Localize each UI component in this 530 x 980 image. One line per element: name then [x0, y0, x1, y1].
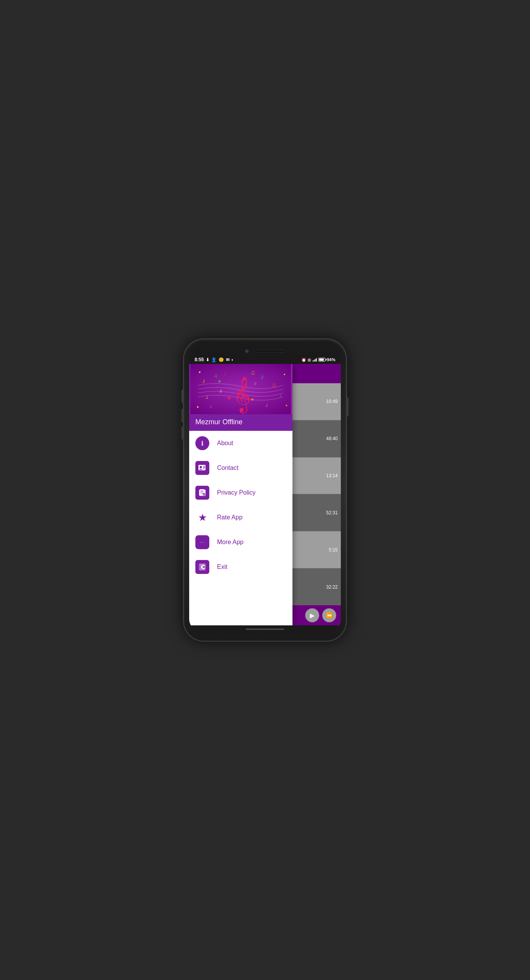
exit-icon [195, 560, 209, 574]
status-time: 8:55 [195, 357, 204, 362]
list-row-2: 48:40 [292, 420, 341, 457]
privacy-icon [195, 486, 209, 500]
right-top-bar [292, 364, 341, 383]
signal-icon [313, 358, 317, 362]
svg-text:♪: ♪ [260, 372, 264, 381]
phone-bottom-bezel [189, 625, 341, 634]
earpiece-speaker [254, 350, 285, 352]
svg-text:♪: ♪ [223, 370, 226, 377]
svg-text:♫: ♫ [272, 382, 276, 388]
play-button[interactable]: ▶ [305, 608, 319, 622]
rate-icon: ★ [195, 510, 209, 524]
menu-item-exit[interactable]: Exit [189, 555, 292, 579]
svg-text:✦: ✦ [198, 370, 201, 374]
list-rows: 10:49 48:40 13:14 52:31 5:15 [292, 383, 341, 605]
menu-label-about: About [217, 440, 233, 447]
timestamp-1: 10:49 [326, 399, 338, 404]
status-bar: 8:55 ⬇ 👤 🙂 ✉ ● ⏰ ◎ [189, 355, 341, 364]
svg-text:✦: ✦ [196, 405, 199, 409]
drawer-hero-image: 𝄞 ♪ ♫ ♪ ♫ ♩ ♪ ♫ ♪ [189, 364, 292, 414]
svg-point-22 [200, 466, 202, 468]
front-camera [245, 349, 249, 353]
svg-point-18 [227, 396, 231, 400]
svg-text:✦: ✦ [283, 373, 286, 376]
timestamp-3: 13:14 [326, 473, 338, 478]
fast-forward-button[interactable]: ⏩ [322, 608, 336, 622]
drawer-header: 𝄞 ♪ ♫ ♪ ♫ ♩ ♪ ♫ ♪ [189, 364, 292, 431]
svg-text:𝄞: 𝄞 [233, 377, 251, 414]
svg-text:♪: ♪ [202, 377, 205, 385]
dot-indicator: ● [231, 358, 233, 362]
battery-icon [318, 358, 325, 362]
status-right: ⏰ ◎ 94% [301, 357, 335, 362]
timestamp-2: 48:40 [326, 436, 338, 441]
contact-icon [195, 461, 209, 475]
list-row-1: 10:49 [292, 383, 341, 420]
right-panel: 10:49 48:40 13:14 52:31 5:15 [292, 364, 341, 625]
menu-item-privacy[interactable]: Privacy Policy [189, 480, 292, 505]
list-row-6: 32:22 [292, 569, 341, 605]
app-title: Mezmur Offline [189, 414, 292, 431]
svg-text:★: ★ [285, 404, 288, 407]
svg-text:♪: ♪ [279, 393, 282, 398]
about-icon: ℹ [195, 436, 209, 450]
menu-item-about[interactable]: ℹ About [189, 431, 292, 456]
menu-item-more[interactable]: ··· More App [189, 530, 292, 555]
user-icon: 👤 [211, 357, 217, 362]
menu-item-contact[interactable]: Contact [189, 456, 292, 480]
svg-text:#: # [210, 405, 212, 409]
timestamp-4: 52:31 [326, 510, 338, 516]
menu-list: ℹ About [189, 431, 292, 625]
svg-rect-25 [203, 493, 205, 495]
main-content: 𝄞 ♪ ♫ ♪ ♫ ♩ ♪ ♫ ♪ [189, 364, 341, 625]
screen: 8:55 ⬇ 👤 🙂 ✉ ● ⏰ ◎ [189, 355, 341, 625]
svg-point-20 [218, 380, 221, 382]
svg-point-19 [251, 398, 253, 401]
menu-label-rate: Rate App [217, 514, 243, 521]
phone-inner: 8:55 ⬇ 👤 🙂 ✉ ● ⏰ ◎ [189, 346, 341, 634]
battery-pct: 94% [327, 357, 335, 362]
mail-icon: ✉ [226, 357, 229, 362]
more-icon: ··· [195, 535, 209, 549]
menu-item-rate[interactable]: ★ Rate App [189, 505, 292, 530]
menu-label-contact: Contact [217, 464, 238, 471]
svg-text:#: # [254, 382, 256, 386]
svg-text:♫: ♫ [214, 372, 218, 379]
alarm-icon: ⏰ [301, 358, 306, 362]
list-row-5: 5:15 [292, 531, 341, 568]
phone-device: 8:55 ⬇ 👤 🙂 ✉ ● ⏰ ◎ [184, 339, 346, 641]
svg-text:♩: ♩ [266, 403, 268, 407]
list-row-4: 52:31 [292, 494, 341, 531]
phone-top-bezel [189, 346, 341, 355]
home-bar [246, 628, 284, 630]
svg-text:♫: ♫ [250, 369, 255, 376]
download-icon: ⬇ [206, 357, 209, 362]
timestamp-6: 32:22 [326, 584, 338, 590]
svg-text:#: # [219, 389, 222, 394]
menu-label-exit: Exit [217, 563, 227, 570]
menu-label-privacy: Privacy Policy [217, 489, 256, 496]
list-row-3: 13:14 [292, 458, 341, 494]
player-bar: ▶ ⏩ [292, 605, 341, 625]
drawer-panel: 𝄞 ♪ ♫ ♪ ♫ ♩ ♪ ♫ ♪ [189, 364, 292, 625]
status-left: 8:55 ⬇ 👤 🙂 ✉ ● [195, 357, 233, 362]
location-icon: ◎ [308, 358, 311, 362]
emoji-icon: 🙂 [219, 357, 224, 362]
music-decoration: 𝄞 ♪ ♫ ♪ ♫ ♩ ♪ ♫ ♪ [189, 364, 292, 414]
timestamp-5: 5:15 [329, 547, 338, 553]
svg-text:♩: ♩ [206, 394, 208, 400]
menu-label-more: More App [217, 539, 243, 546]
